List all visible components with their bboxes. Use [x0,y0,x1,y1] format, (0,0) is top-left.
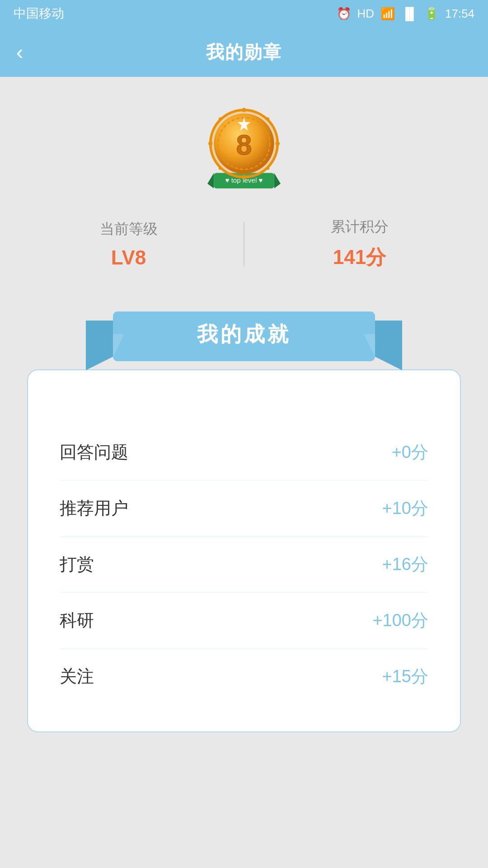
achievement-item-name: 关注 [60,665,94,688]
achievement-row: 打赏+16分 [60,537,428,593]
total-score-label: 累计积分 [331,217,389,237]
svg-marker-19 [375,321,402,370]
achievement-row: 科研+100分 [60,593,428,649]
achievement-item-name: 打赏 [60,553,94,576]
svg-point-7 [242,175,246,179]
achievement-card: 回答问题+0分推荐用户+10分打赏+16分科研+100分关注+15分 [27,369,461,732]
svg-point-12 [219,166,222,170]
carrier-label: 中国移动 [14,5,64,22]
achievement-item-name: 推荐用户 [60,497,128,520]
achievement-item-name: 科研 [60,609,94,632]
medal-container: ♥ top level ♥ [203,104,285,194]
achievement-item-name: 回答问题 [60,441,128,464]
achievement-list: 回答问题+0分推荐用户+10分打赏+16分科研+100分关注+15分 [60,425,428,704]
achievement-item-score: +10分 [382,497,428,520]
achievement-wrapper: 我的成就 回答问题+0分推荐用户+10分打赏+16分科研+100分关注+15分 [27,307,461,732]
signal-icon: ▐▌ [401,7,418,21]
status-bar: 中国移动 ⏰ HD 📶 ▐▌ 🔋 17:54 [0,0,488,27]
battery-icon: 🔋 [424,7,439,21]
hd-icon: HD [357,7,375,21]
status-icons: ⏰ HD 📶 ▐▌ 🔋 17:54 [337,7,474,21]
total-score-value: 141分 [333,244,386,271]
svg-text:我的成就: 我的成就 [197,322,291,346]
current-level-block: 当前等级 LV8 [27,219,230,269]
svg-marker-2 [274,173,281,188]
back-button[interactable]: ‹ [16,40,23,64]
svg-point-10 [219,118,222,121]
achievement-row: 关注+15分 [60,649,428,704]
wifi-icon: 📶 [380,7,395,21]
svg-text:8: 8 [236,129,252,160]
achievement-item-score: +100分 [372,609,428,632]
achievement-row: 推荐用户+10分 [60,481,428,537]
page-title: 我的勋章 [206,40,282,65]
medal-badge: ♥ top level ♥ [203,104,285,194]
achievement-item-score: +0分 [392,441,428,464]
total-score-block: 累计积分 141分 [258,217,461,271]
achievement-item-score: +15分 [382,665,428,688]
current-level-value: LV8 [111,246,146,269]
vertical-divider [244,222,244,267]
header: ‹ 我的勋章 [0,27,488,77]
svg-marker-18 [86,321,113,370]
alarm-icon: ⏰ [337,7,351,21]
svg-marker-1 [207,173,214,188]
level-info: 当前等级 LV8 累计积分 141分 [27,217,461,271]
svg-point-9 [276,142,280,146]
main-content: ♥ top level ♥ [0,77,488,732]
achievement-ribbon: 我的成就 [86,307,402,370]
time-label: 17:54 [445,7,474,21]
svg-point-13 [266,166,270,170]
svg-point-8 [208,142,213,146]
achievement-item-score: +16分 [382,553,428,576]
current-level-label: 当前等级 [100,219,158,239]
svg-point-6 [242,108,246,113]
achievement-row: 回答问题+0分 [60,425,428,481]
svg-point-11 [266,118,270,121]
